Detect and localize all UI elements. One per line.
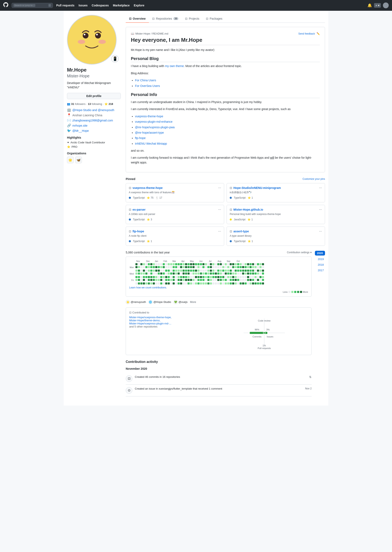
contrib-cell[interactable]: [205, 266, 207, 268]
contrib-cell[interactable]: [150, 270, 152, 272]
contrib-cell[interactable]: [217, 282, 219, 285]
contrib-cell[interactable]: [165, 279, 167, 281]
contrib-cell[interactable]: [143, 263, 145, 265]
contrib-cell[interactable]: [207, 266, 210, 268]
twitter-link[interactable]: @Mr__Hope: [72, 129, 89, 132]
nav-codespaces[interactable]: Codespaces: [92, 4, 109, 7]
contrib-cell[interactable]: [138, 263, 140, 265]
contrib-cell[interactable]: [252, 266, 254, 268]
contrib-cell[interactable]: [195, 266, 197, 268]
contrib-cell[interactable]: [247, 272, 249, 275]
contrib-cell[interactable]: [222, 272, 224, 275]
contrib-cell[interactable]: [192, 270, 195, 272]
contrib-cell[interactable]: [192, 282, 195, 285]
contrib-cell[interactable]: [143, 266, 145, 268]
contrib-cell[interactable]: [178, 279, 180, 281]
contrib-cell[interactable]: [182, 270, 185, 272]
contrib-cell[interactable]: [212, 282, 214, 285]
contrib-cell[interactable]: [207, 276, 210, 278]
contrib-cell[interactable]: [190, 279, 192, 281]
contrib-cell[interactable]: [168, 270, 170, 272]
contrib-cell[interactable]: [240, 282, 242, 285]
contrib-cell[interactable]: [252, 270, 254, 272]
contrib-cell[interactable]: [254, 272, 257, 275]
contrib-cell[interactable]: [210, 263, 212, 265]
contrib-cell[interactable]: [190, 263, 192, 265]
contrib-cell[interactable]: [220, 279, 222, 281]
contrib-cell[interactable]: [188, 263, 189, 265]
contrib-cell[interactable]: [185, 266, 187, 268]
contrib-cell[interactable]: [192, 272, 195, 275]
contrib-cell[interactable]: [135, 272, 138, 275]
contrib-cell[interactable]: [203, 272, 204, 275]
year-2019-link[interactable]: 2019: [316, 257, 325, 261]
contrib-cell[interactable]: [262, 263, 264, 265]
contrib-cell[interactable]: [212, 263, 214, 265]
contrib-cell[interactable]: [250, 266, 252, 268]
contrib-cell[interactable]: [212, 272, 214, 275]
contrib-cell[interactable]: [242, 266, 244, 268]
contrib-cell[interactable]: [259, 266, 262, 268]
contrib-cell[interactable]: [163, 279, 165, 281]
contrib-cell[interactable]: [188, 279, 189, 281]
contrib-cell[interactable]: [148, 263, 150, 265]
contrib-cell[interactable]: [173, 263, 175, 265]
contrib-cell[interactable]: [217, 276, 219, 278]
contrib-cell[interactable]: [232, 270, 234, 272]
contrib-cell[interactable]: [227, 272, 229, 275]
contrib-cell[interactable]: [242, 279, 244, 281]
contrib-cell[interactable]: [250, 263, 252, 265]
contrib-cell[interactable]: [240, 263, 242, 265]
contrib-cell[interactable]: [180, 263, 182, 265]
contrib-cell[interactable]: [158, 279, 160, 281]
contrib-cell[interactable]: [135, 270, 138, 272]
contrib-cell[interactable]: [173, 276, 175, 278]
contrib-cell[interactable]: [155, 263, 157, 265]
contrib-cell[interactable]: [165, 263, 167, 265]
contrib-cell[interactable]: [168, 263, 170, 265]
contrib-cell[interactable]: [138, 279, 140, 281]
contrib-cell[interactable]: [235, 272, 237, 275]
contrib-cell[interactable]: [257, 266, 259, 268]
contrib-cell[interactable]: [250, 282, 252, 285]
contrib-cell[interactable]: [175, 272, 177, 275]
contrib-cell[interactable]: [215, 263, 217, 265]
pinned-menu-2[interactable]: ⋯: [218, 208, 221, 211]
contrib-cell[interactable]: [210, 266, 212, 268]
contrib-cell[interactable]: [230, 263, 232, 265]
contrib-cell[interactable]: [163, 266, 165, 268]
contrib-cell[interactable]: [173, 266, 175, 268]
contrib-cell[interactable]: [158, 270, 160, 272]
contrib-cell[interactable]: [188, 272, 189, 275]
contrib-cell[interactable]: [185, 270, 187, 272]
contrib-cell[interactable]: [185, 282, 187, 285]
contrib-cell[interactable]: [259, 282, 262, 285]
contrib-cell[interactable]: [190, 276, 192, 278]
contrib-cell[interactable]: [182, 266, 185, 268]
contrib-cell[interactable]: [170, 263, 172, 265]
contrib-cell[interactable]: [175, 263, 177, 265]
contrib-cell[interactable]: [262, 266, 264, 268]
contrib-cell[interactable]: [153, 279, 155, 281]
contrib-cell[interactable]: [197, 263, 200, 265]
contrib-cell[interactable]: [173, 272, 175, 275]
contrib-cell[interactable]: [180, 279, 182, 281]
contrib-cell[interactable]: [197, 276, 200, 278]
contrib-cell[interactable]: [160, 266, 162, 268]
contrib-cell[interactable]: [192, 276, 195, 278]
contrib-cell[interactable]: [197, 282, 200, 285]
contrib-cell[interactable]: [215, 279, 217, 281]
contrib-cell[interactable]: [245, 263, 247, 265]
contrib-cell[interactable]: [190, 272, 192, 275]
contrib-cell[interactable]: [235, 266, 237, 268]
contrib-cell[interactable]: [182, 279, 185, 281]
following-link[interactable]: 13 following: [88, 102, 102, 106]
contrib-cell[interactable]: [247, 263, 249, 265]
contrib-cell[interactable]: [232, 272, 234, 275]
notifications-icon[interactable]: 🔔: [367, 3, 372, 8]
contrib-cell[interactable]: [220, 276, 222, 278]
contrib-cell[interactable]: [188, 270, 189, 272]
contrib-cell[interactable]: [190, 266, 192, 268]
project-link-4[interactable]: ftp-hope: [135, 136, 146, 140]
contrib-cell[interactable]: [230, 272, 232, 275]
